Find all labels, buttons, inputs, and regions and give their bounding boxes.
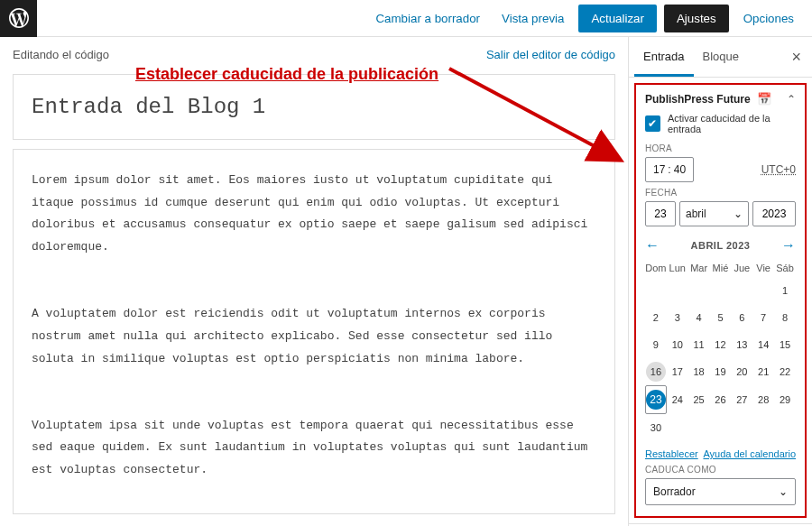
calendar-day[interactable]: 23 xyxy=(645,385,667,414)
publishpress-future-panel: PublishPress Future 📅 ⌃ ✔ Activar caduci… xyxy=(634,83,807,518)
calendar-day[interactable]: 27 xyxy=(731,385,752,414)
calendar-day[interactable]: 16 xyxy=(645,358,667,385)
chevron-up-icon: ⌃ xyxy=(787,93,796,106)
calendar-day xyxy=(731,277,752,304)
time-section-label: HORA xyxy=(645,143,796,153)
weekday-header: Mié xyxy=(710,259,732,277)
calendar-day[interactable]: 4 xyxy=(688,304,710,331)
calendar-day xyxy=(710,277,732,304)
calendar-day xyxy=(688,414,710,441)
calendar-day[interactable]: 2 xyxy=(645,304,667,331)
weekday-header: Sáb xyxy=(774,259,796,277)
settings-sidebar: Entrada Bloque × PublishPress Future 📅 ⌃… xyxy=(628,37,812,526)
month-select[interactable]: abril ⌄ xyxy=(679,201,749,226)
settings-button[interactable]: Ajustes xyxy=(664,5,729,32)
calendar-icon: 📅 xyxy=(757,92,771,106)
calendar-day[interactable]: 21 xyxy=(752,358,774,385)
minute-value[interactable]: 40 xyxy=(674,163,686,176)
calendar-day[interactable]: 26 xyxy=(710,385,732,414)
year-input[interactable] xyxy=(752,201,796,226)
update-button[interactable]: Actualizar xyxy=(578,5,657,32)
calendar-day xyxy=(710,414,732,441)
editing-code-label: Editando el código xyxy=(13,48,109,61)
weekday-header: Jue xyxy=(731,259,752,277)
calendar-day[interactable]: 22 xyxy=(774,358,796,385)
tab-post[interactable]: Entrada xyxy=(634,37,694,77)
weekday-header: Vie xyxy=(752,259,774,277)
calendar-day[interactable]: 20 xyxy=(731,358,752,385)
calendar-day xyxy=(667,414,688,441)
calendar-day[interactable]: 24 xyxy=(667,385,688,414)
switch-to-draft-button[interactable]: Cambiar a borrador xyxy=(368,6,487,31)
enable-expiration-checkbox[interactable]: ✔ xyxy=(645,115,660,132)
post-title-input[interactable] xyxy=(32,95,596,119)
expire-as-value: Borrador xyxy=(653,485,696,498)
chevron-down-icon: ⌄ xyxy=(734,208,743,220)
exit-code-editor-link[interactable]: Salir del editor de código xyxy=(486,48,615,61)
calendar-day xyxy=(667,277,688,304)
calendar-day xyxy=(752,277,774,304)
expire-as-label: CADUCA COMO xyxy=(645,465,796,475)
calendar-grid: DomLunMarMiéJueVieSáb 123456789101112131… xyxy=(645,259,796,441)
calendar-day[interactable]: 15 xyxy=(774,331,796,358)
options-button[interactable]: Opciones xyxy=(736,6,801,31)
post-body-textarea[interactable]: Lorem ipsum dolor sit amet. Eos maiores … xyxy=(32,170,596,514)
enable-expiration-label: Activar caducidad de la entrada xyxy=(668,113,796,134)
month-value: abril xyxy=(686,208,706,220)
time-input[interactable]: 17 : 40 xyxy=(645,157,694,182)
calendar-day[interactable]: 30 xyxy=(645,414,667,441)
calendar-day[interactable]: 18 xyxy=(688,358,710,385)
calendar-day[interactable]: 11 xyxy=(688,331,710,358)
calendar-day[interactable]: 7 xyxy=(752,304,774,331)
calendar-day xyxy=(752,414,774,441)
calendar-day xyxy=(731,414,752,441)
next-month-button[interactable]: → xyxy=(781,237,796,254)
wordpress-logo[interactable] xyxy=(0,0,37,37)
calendar-day[interactable]: 6 xyxy=(731,304,752,331)
calendar-day xyxy=(774,414,796,441)
calendar-day[interactable]: 3 xyxy=(667,304,688,331)
preview-button[interactable]: Vista previa xyxy=(494,6,571,31)
calendar-month-label: ABRIL 2023 xyxy=(691,240,751,251)
calendar-help-link[interactable]: Ayuda del calendario xyxy=(703,448,796,459)
calendar-day[interactable]: 19 xyxy=(710,358,732,385)
weekday-header: Dom xyxy=(645,259,667,277)
day-input[interactable] xyxy=(645,201,676,226)
panel-title: PublishPress Future xyxy=(645,93,751,106)
calendar-day[interactable]: 12 xyxy=(710,331,732,358)
calendar-day[interactable]: 9 xyxy=(645,331,667,358)
calendar-day[interactable]: 28 xyxy=(752,385,774,414)
date-section-label: FECHA xyxy=(645,188,796,198)
calendar-day[interactable]: 17 xyxy=(667,358,688,385)
chevron-down-icon: ⌄ xyxy=(779,485,788,498)
calendar-day[interactable]: 13 xyxy=(731,331,752,358)
calendar-day[interactable]: 10 xyxy=(667,331,688,358)
prev-month-button[interactable]: ← xyxy=(645,237,660,254)
calendar-day[interactable]: 8 xyxy=(774,304,796,331)
calendar-day[interactable]: 14 xyxy=(752,331,774,358)
calendar-day[interactable]: 5 xyxy=(710,304,732,331)
calendar-day xyxy=(645,277,667,304)
weekday-header: Lun xyxy=(667,259,688,277)
reset-link[interactable]: Restablecer xyxy=(645,448,698,459)
calendar-day[interactable]: 29 xyxy=(774,385,796,414)
calendar-day[interactable]: 1 xyxy=(774,277,796,304)
hour-value[interactable]: 17 xyxy=(653,163,665,176)
topbar: Cambiar a borrador Vista previa Actualiz… xyxy=(0,0,812,37)
code-editor: Editando el código Salir del editor de c… xyxy=(0,37,628,526)
expire-as-select[interactable]: Borrador ⌄ xyxy=(645,478,796,505)
annotation-label: Establecer caducidad de la publicación xyxy=(135,65,438,84)
timezone-link[interactable]: UTC+0 xyxy=(761,163,796,176)
calendar-day[interactable]: 25 xyxy=(688,385,710,414)
tab-block[interactable]: Bloque xyxy=(694,37,748,77)
close-sidebar-button[interactable]: × xyxy=(786,42,807,72)
panel-toggle[interactable]: PublishPress Future 📅 ⌃ xyxy=(645,92,796,106)
calendar-day xyxy=(688,277,710,304)
weekday-header: Mar xyxy=(688,259,710,277)
